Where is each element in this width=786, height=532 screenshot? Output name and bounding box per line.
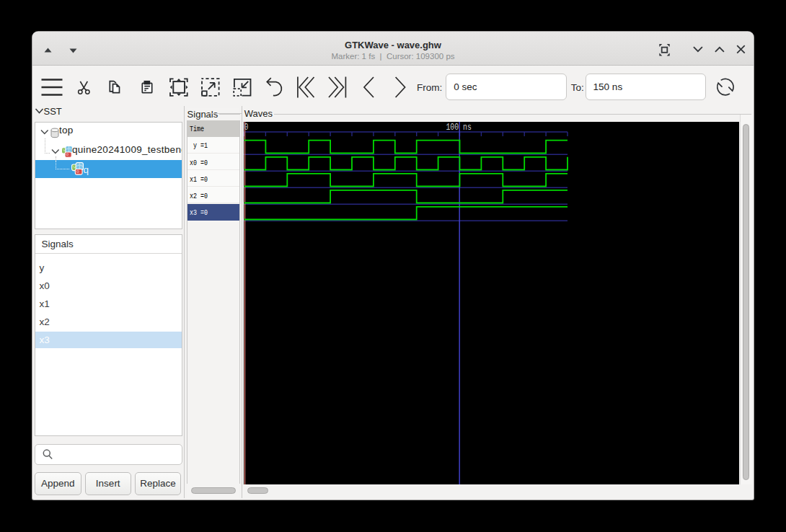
- svg-text:0: 0: [244, 123, 248, 132]
- svg-text:100 ns: 100 ns: [446, 123, 471, 132]
- svg-text:y =1: y =1: [190, 141, 208, 150]
- svg-text:Time: Time: [190, 125, 204, 133]
- svg-text:x3 =0: x3 =0: [190, 208, 208, 217]
- svg-text:x1 =0: x1 =0: [190, 175, 208, 184]
- svg-text:x0 =0: x0 =0: [190, 159, 208, 167]
- svg-text:x2 =0: x2 =0: [190, 192, 208, 200]
